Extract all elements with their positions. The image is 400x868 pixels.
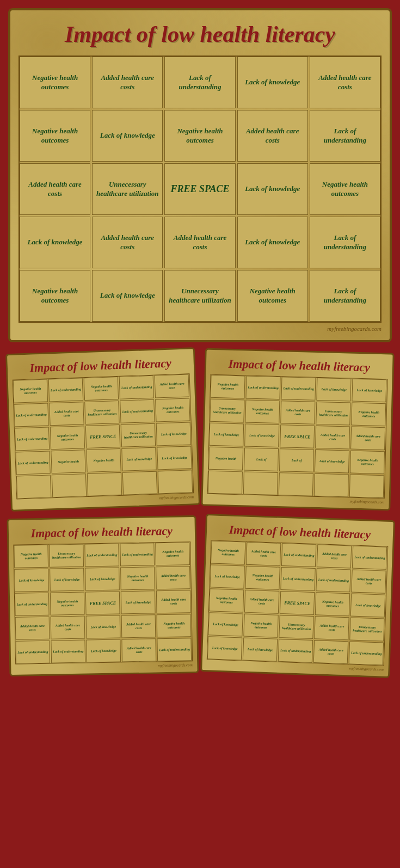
bingo-cell: FREE SPACE bbox=[85, 591, 120, 614]
bingo-cell: Negative health outcomes bbox=[14, 545, 48, 568]
bingo-cell: Negative health outcomes bbox=[156, 398, 191, 422]
bingo-cell: Unnecessary healthcare utilization bbox=[349, 617, 385, 641]
small-card-1-grid: Negative health outcomesLack of understa… bbox=[13, 374, 194, 500]
bingo-cell bbox=[87, 472, 122, 496]
bingo-cell: FREE SPACE bbox=[280, 425, 315, 449]
bingo-cell: Negative health outcomes bbox=[84, 377, 119, 401]
bingo-cell: Lack of understanding bbox=[51, 639, 86, 663]
bingo-cell: Added health care costs bbox=[246, 542, 281, 566]
bingo-cell: Negative health outcomes bbox=[20, 270, 90, 322]
bingo-cell: Lack of understanding bbox=[281, 543, 317, 567]
bingo-cell: Negative health outcomes bbox=[157, 614, 192, 637]
bingo-cell: Lack of understanding bbox=[280, 567, 316, 591]
bingo-cell: Negative health outcomes bbox=[20, 57, 90, 108]
bingo-cell: Added health care costs bbox=[155, 374, 190, 398]
bingo-cell: Negative health outcomes bbox=[20, 110, 90, 162]
bingo-cell: Lack of knowledge bbox=[352, 379, 386, 403]
bingo-cell: Negative health bbox=[51, 450, 86, 474]
bingo-cell: Negative health outcomes bbox=[350, 451, 385, 475]
bingo-cell: Lack of knowledge bbox=[87, 639, 121, 662]
bingo-cell: Added health care costs bbox=[164, 217, 235, 268]
bingo-cell: Lack of knowledge bbox=[14, 569, 49, 592]
bingo-cell: Added health care costs bbox=[313, 640, 349, 664]
bingo-cell: Lack of understanding bbox=[310, 217, 380, 268]
bingo-cell: Lack of knowledge bbox=[316, 378, 351, 402]
bingo-cell: Negative health outcomes bbox=[315, 592, 350, 616]
bingo-cell: Lack of understanding bbox=[15, 451, 51, 475]
bingo-cell bbox=[349, 475, 384, 498]
bingo-cell: Lack of knowledge bbox=[209, 423, 244, 447]
main-bingo-card: Impact of low health literacy Negative h… bbox=[8, 8, 392, 342]
bingo-cell bbox=[16, 475, 52, 499]
bingo-cell: Negative health outcomes bbox=[245, 400, 280, 424]
bingo-cell: Added health care costs bbox=[156, 590, 191, 613]
bingo-cell: Added health care costs bbox=[315, 426, 350, 450]
bingo-cell bbox=[314, 473, 349, 497]
bingo-cell: Lack of knowledge bbox=[237, 163, 308, 215]
bingo-cell: Lack of knowledge bbox=[210, 564, 245, 588]
bingo-cell: Negative health outcomes bbox=[245, 566, 280, 590]
bingo-cell: Lack of knowledge bbox=[244, 424, 279, 448]
bingo-cell: Negative health bbox=[86, 448, 121, 472]
small-card-2-grid: Negative health outcomesLack of understa… bbox=[207, 374, 387, 498]
bingo-cell: FREE SPACE bbox=[164, 163, 235, 215]
bingo-cell bbox=[122, 471, 158, 495]
bingo-cell: Lack of knowledge bbox=[207, 636, 242, 660]
small-card-2: Impact of low health literacy Negative h… bbox=[201, 348, 394, 511]
main-watermark: myfreebingocards.com bbox=[19, 325, 381, 332]
small-card-4-grid: Negative health outcomesAdded health car… bbox=[206, 540, 387, 666]
small-card-3: Impact of low health literacy Negative h… bbox=[7, 515, 199, 676]
bingo-cell: Lack of understanding bbox=[278, 639, 313, 663]
bingo-cell: Lack of understanding bbox=[349, 641, 384, 665]
bingo-cell: Lack of understanding bbox=[310, 270, 380, 322]
bingo-cell: Negative health outcomes bbox=[243, 613, 279, 637]
bingo-cell: Lack of bbox=[279, 449, 314, 473]
bingo-cell: Negative health outcomes bbox=[310, 163, 380, 215]
bottom-row-2: Impact of low health literacy Negative h… bbox=[8, 517, 392, 675]
bingo-cell: Lack of knowledge bbox=[85, 567, 120, 590]
bingo-cell: Lack of understanding bbox=[310, 110, 380, 162]
bingo-cell: Lack of understanding bbox=[164, 57, 235, 108]
bingo-cell: Negative health bbox=[208, 447, 243, 471]
bingo-cell: Lack of bbox=[244, 448, 279, 472]
bingo-cell: Added health care costs bbox=[92, 57, 163, 108]
page-wrapper: Impact of low health literacy Negative h… bbox=[8, 8, 392, 675]
bingo-cell: Lack of knowledge bbox=[237, 217, 308, 268]
small-card-1-title: Impact of low health literacy bbox=[12, 356, 189, 376]
bingo-cell: Lack of knowledge bbox=[121, 590, 156, 614]
bingo-cell: Lack of understanding bbox=[15, 641, 50, 664]
bingo-cell: Added health care costs bbox=[51, 615, 85, 639]
bingo-cell: Negative health outcomes bbox=[210, 540, 245, 564]
bingo-cell: Lack of knowledge bbox=[350, 593, 386, 617]
bingo-cell: Lack of knowledge bbox=[208, 612, 243, 636]
bingo-cell: Added health care costs bbox=[351, 569, 386, 593]
bingo-cell: Negative health outcomes bbox=[50, 592, 85, 615]
small-card-1: Impact of low health literacy Negative h… bbox=[5, 347, 200, 512]
bingo-cell: Lack of knowledge bbox=[92, 270, 163, 322]
bingo-cell: Negative health outcomes bbox=[50, 426, 85, 450]
bingo-cell: Negative health outcomes bbox=[120, 567, 155, 590]
bingo-cell: Negative health outcomes bbox=[210, 375, 245, 399]
bingo-cell: Lack of knowledge bbox=[50, 568, 84, 591]
bingo-cell: Lack of knowledge bbox=[92, 110, 163, 162]
bingo-cell: Added health care costs bbox=[121, 614, 156, 638]
bingo-cell: Lack of understanding bbox=[120, 543, 155, 566]
bingo-cell: Lack of knowledge bbox=[157, 446, 193, 470]
bingo-cell bbox=[158, 470, 193, 494]
bingo-cell: Unnecessary healthcare utilization bbox=[316, 402, 350, 426]
bingo-cell: Added health care costs bbox=[237, 110, 308, 162]
bingo-cell: Added health care costs bbox=[317, 544, 352, 568]
bingo-cell: Lack of knowledge bbox=[20, 217, 90, 268]
bingo-cell: Unnecessary healthcare utilization bbox=[279, 615, 314, 639]
bingo-cell: Added health care costs bbox=[49, 402, 84, 426]
bingo-cell: Lack of understanding bbox=[48, 378, 84, 402]
bingo-cell: Lack of understanding bbox=[245, 376, 280, 400]
bingo-cell: Added health care costs bbox=[15, 617, 50, 640]
bingo-cell: Unnecessary healthcare utilization bbox=[49, 544, 84, 567]
bingo-cell: Lack of understanding bbox=[119, 375, 155, 399]
bingo-cell: Added health care costs bbox=[20, 163, 90, 215]
main-bingo-grid: Negative health outcomesAdded health car… bbox=[19, 56, 381, 323]
bingo-cell: Negative health outcomes bbox=[164, 110, 235, 162]
bingo-cell: Lack of understanding bbox=[15, 427, 50, 451]
bingo-cell: Negative health outcomes bbox=[237, 270, 308, 322]
